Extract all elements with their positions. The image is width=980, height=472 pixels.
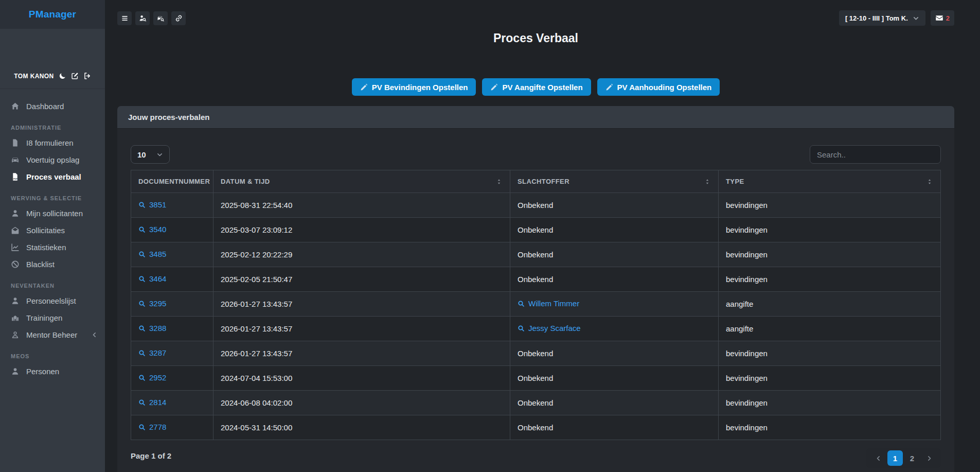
- document-link[interactable]: 3851: [138, 200, 166, 209]
- document-link[interactable]: 3464: [138, 274, 166, 283]
- document-link[interactable]: 2778: [138, 423, 166, 431]
- column-label: SLACHTOFFER: [518, 178, 569, 185]
- car-icon: [11, 155, 20, 164]
- document-number: 3287: [149, 348, 166, 357]
- sidebar-item-label: Personen: [26, 367, 59, 376]
- datetime-cell: 2026-01-27 13:43:57: [213, 341, 510, 366]
- victim-cell: Onbekend: [510, 415, 719, 440]
- chevron-down-icon: [156, 151, 163, 158]
- pv-action-buttons: PV Bevindingen OpstellenPV Aangifte Opst…: [117, 78, 954, 96]
- mail-count-badge: 2: [946, 14, 950, 22]
- sidebar-section-werving-selectie: WERVING & SELECTIE: [0, 193, 105, 203]
- sort-icon: [926, 178, 933, 185]
- document-link[interactable]: 2814: [138, 398, 166, 407]
- table-row: 32882026-01-27 13:43:57Jessy Scarfaceaan…: [131, 317, 941, 341]
- sidebar-section-neventaken: NEVENTAKEN: [0, 281, 105, 291]
- document-number: 3485: [149, 250, 166, 258]
- edit-icon[interactable]: [71, 72, 79, 80]
- pv-aangifte-opstellen-button[interactable]: PV Aangifte Opstellen: [482, 78, 591, 96]
- sidebar-item-i8-formulieren[interactable]: I8 formulieren: [0, 134, 105, 151]
- chart-icon: [11, 243, 20, 252]
- action-button-label: PV Bevindingen Opstellen: [372, 83, 468, 92]
- logout-icon[interactable]: [83, 72, 91, 80]
- sidebar-item-statistieken[interactable]: Statistieken: [0, 239, 105, 256]
- victim-cell: Onbekend: [510, 218, 719, 242]
- sidebar-item-personeelslijst[interactable]: Personeelslijst: [0, 292, 105, 309]
- action-button-label: PV Aangifte Opstellen: [502, 83, 582, 92]
- envelope-open-icon: [11, 226, 20, 235]
- document-link[interactable]: 3295: [138, 299, 166, 308]
- card-body: 10 DOCUMENTNUMMERDATUM & TIJDSLACHTOFFER…: [117, 129, 954, 472]
- sidebar-item-mentor-beheer[interactable]: Mentor Beheer: [0, 326, 105, 343]
- search-icon: [138, 349, 146, 357]
- pagination-prev[interactable]: [870, 450, 886, 466]
- sidebar-item-personen[interactable]: Personen: [0, 363, 105, 380]
- brand-logo[interactable]: PManager: [29, 9, 76, 20]
- page-size-select[interactable]: 10: [131, 145, 170, 164]
- mail-button[interactable]: 2: [931, 10, 954, 26]
- datetime-cell: 2025-02-05 21:50:47: [213, 267, 510, 292]
- sidebar-item-dashboard[interactable]: Dashboard: [0, 98, 105, 115]
- vehicle-search-button[interactable]: [153, 11, 168, 25]
- table-row: 32952026-01-27 13:43:57Willem Timmeraang…: [131, 292, 941, 317]
- sidebar-item-mijn-sollicitanten[interactable]: Mijn sollicitanten: [0, 205, 105, 222]
- document-link[interactable]: 3485: [138, 250, 166, 258]
- sidebar-item-label: Statistieken: [26, 243, 66, 252]
- sidebar-item-trainingen[interactable]: Trainingen: [0, 309, 105, 326]
- type-cell: bevindingen: [719, 267, 941, 292]
- document-number: 3464: [149, 274, 166, 283]
- victim-link[interactable]: Willem Timmer: [518, 299, 579, 308]
- user-icon: [11, 367, 20, 376]
- datetime-cell: 2024-06-08 04:02:00: [213, 391, 510, 415]
- search-icon: [138, 325, 146, 332]
- search-icon: [138, 300, 146, 307]
- chevron-left-icon[interactable]: [91, 331, 98, 338]
- document-number: 2814: [149, 398, 166, 407]
- document-number: 2778: [149, 423, 166, 431]
- menu-button[interactable]: [117, 11, 132, 25]
- document-link[interactable]: 3288: [138, 324, 166, 333]
- user-dropdown[interactable]: [ 12-10 - IIII ] Tom K.: [839, 10, 925, 26]
- sidebar-item-sollicitaties[interactable]: Sollicitaties: [0, 222, 105, 239]
- datetime-cell: 2026-01-27 13:43:57: [213, 292, 510, 317]
- datetime-cell: 2026-01-27 13:43:57: [213, 317, 510, 341]
- chevron-down-icon: [913, 15, 919, 22]
- victim-cell: Onbekend: [510, 391, 719, 415]
- sidebar-item-label: Blacklist: [26, 260, 55, 269]
- pv-bevindingen-opstellen-button[interactable]: PV Bevindingen Opstellen: [352, 78, 476, 96]
- column-header-type[interactable]: TYPE: [719, 170, 941, 193]
- sidebar-item-blacklist[interactable]: Blacklist: [0, 256, 105, 273]
- pagination-page-1[interactable]: 1: [887, 450, 903, 466]
- search-icon: [138, 275, 146, 283]
- table-row: 32872026-01-27 13:43:57Onbekendbevinding…: [131, 341, 941, 366]
- sidebar-item-label: Mentor Beheer: [26, 330, 77, 339]
- card-header-title: Jouw proces-verbalen: [117, 106, 954, 129]
- sidebar-item-proces-verbaal[interactable]: PDFProces verbaal: [0, 168, 105, 185]
- document-number: 3851: [149, 200, 166, 209]
- victim-name: Jessy Scarface: [528, 324, 581, 333]
- table-row: 28142024-06-08 04:02:00Onbekendbevinding…: [131, 391, 941, 415]
- avatar[interactable]: [38, 36, 67, 65]
- user-icon: [11, 296, 20, 305]
- search-input[interactable]: [810, 145, 941, 164]
- victim-link[interactable]: Jessy Scarface: [518, 324, 581, 333]
- document-link[interactable]: 2952: [138, 373, 166, 382]
- pv-table: DOCUMENTNUMMERDATUM & TIJDSLACHTOFFERTYP…: [131, 170, 941, 440]
- type-cell: bevindingen: [719, 218, 941, 242]
- column-header-datum-tijd[interactable]: DATUM & TIJD: [213, 170, 510, 193]
- link-button[interactable]: [171, 11, 186, 25]
- person-search-button[interactable]: [135, 11, 150, 25]
- user-name: TOM KANON: [14, 73, 54, 80]
- document-number: 3295: [149, 299, 166, 308]
- document-link[interactable]: 3540: [138, 225, 166, 234]
- ban-icon: [11, 260, 20, 269]
- column-header-documentnummer[interactable]: DOCUMENTNUMMER: [131, 170, 213, 193]
- pv-aanhouding-opstellen-button[interactable]: PV Aanhouding Opstellen: [597, 78, 720, 96]
- pagination-next[interactable]: [921, 450, 937, 466]
- sidebar-item-voertuig-opslag[interactable]: Voertuig opslag: [0, 151, 105, 168]
- document-link[interactable]: 3287: [138, 348, 166, 357]
- pagination-page-2[interactable]: 2: [904, 450, 920, 466]
- column-header-slachtoffer[interactable]: SLACHTOFFER: [510, 170, 719, 193]
- moon-icon[interactable]: [59, 72, 66, 80]
- search-icon: [138, 374, 146, 381]
